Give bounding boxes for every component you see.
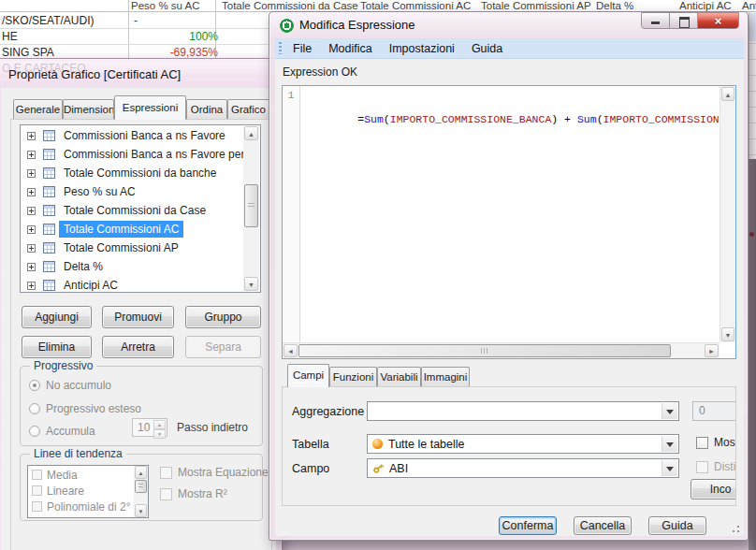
menu-item[interactable]: Guida: [463, 42, 511, 55]
checkbox-icon: [32, 501, 42, 512]
expression-tab[interactable]: Variabili: [377, 367, 421, 386]
resize-grip[interactable]: [729, 522, 740, 533]
properties-tab[interactable]: Generale: [13, 99, 63, 119]
table-row-value: -: [134, 14, 227, 27]
chevron-down-icon[interactable]: [662, 436, 677, 452]
expressions-scrollbar[interactable]: ▲ ▼: [243, 126, 259, 291]
expression-list-item[interactable]: Totale Commissioni da banche: [22, 164, 243, 182]
table-row-label: HE: [2, 30, 18, 43]
chart-properties-dialog: Proprietà Grafico [Certificati AC] Gener…: [0, 58, 283, 550]
table-row-label: /SKO/SEAT/AUDI): [2, 14, 94, 27]
table-row-label: SING SPA: [2, 46, 54, 59]
table-row-value: -69,935%: [124, 46, 218, 59]
expand-plus-icon[interactable]: [27, 169, 36, 178]
scroll-thumb[interactable]: [135, 480, 147, 493]
expression-list-item[interactable]: Delta %: [22, 257, 243, 276]
radio-label: No accumulo: [46, 379, 111, 392]
radio-icon: [29, 403, 40, 414]
expand-plus-icon[interactable]: [27, 188, 36, 196]
footer-button[interactable]: Cancella: [574, 516, 632, 535]
scroll-up-icon[interactable]: ▲: [244, 126, 258, 140]
scroll-down-icon[interactable]: ▼: [721, 327, 734, 341]
app-logo-icon: [280, 19, 294, 33]
elimina-button[interactable]: Elimina: [22, 336, 92, 358]
properties-tab[interactable]: Dimensioni: [63, 99, 114, 119]
expression-list-item[interactable]: Totale Commissioni AC: [22, 220, 243, 239]
code-token: (: [597, 113, 603, 125]
scroll-right-icon[interactable]: ►: [705, 344, 719, 357]
code-token: (: [384, 113, 390, 125]
radio-option: No accumulo: [29, 378, 111, 393]
scroll-down-icon[interactable]: ▼: [244, 277, 258, 291]
expand-plus-icon[interactable]: [27, 151, 36, 159]
expression-list-item[interactable]: Totale Commissioni AP: [22, 239, 243, 257]
expand-plus-icon[interactable]: [27, 263, 36, 271]
expression-label: Totale Commissioni AP: [59, 239, 183, 256]
table-column-header: Anti: [742, 0, 756, 11]
mostra-checkbox[interactable]: Mostr: [696, 436, 736, 449]
expand-plus-icon[interactable]: [27, 225, 36, 234]
minimize-button[interactable]: [641, 12, 670, 29]
maximize-button[interactable]: [669, 12, 698, 29]
properties-tab[interactable]: Grafico: [227, 99, 269, 119]
trend-line-item: Polinomiale di 3°: [29, 514, 133, 517]
table-icon: [43, 130, 55, 141]
footer-button[interactable]: Conferma: [499, 516, 557, 535]
spin-up-icon: ▲: [153, 420, 166, 429]
checkbox-label: Mostr: [714, 436, 736, 449]
properties-tab[interactable]: Ordina: [186, 99, 227, 119]
scroll-up-icon[interactable]: ▲: [135, 466, 147, 479]
expression-editor[interactable]: 1 =Sum(IMPORTO_COMMISSIONE_BANCA) + Sum(…: [282, 85, 736, 359]
aggiungi-button[interactable]: Aggiungi: [22, 306, 92, 328]
campo-select[interactable]: ABI: [367, 458, 679, 478]
properties-tab[interactable]: Espressioni: [114, 95, 186, 120]
expression-list-item[interactable]: Anticipi AC: [22, 276, 243, 291]
expand-plus-icon[interactable]: [27, 132, 36, 140]
arretra-button[interactable]: Arretra: [102, 336, 174, 358]
expand-plus-icon[interactable]: [27, 244, 36, 253]
expression-label: Totale Commissioni da banche: [59, 165, 221, 181]
editor-vertical-scrollbar[interactable]: ▲ ▼: [720, 86, 735, 342]
trend-list-scrollbar[interactable]: ▲ ▼: [134, 466, 148, 517]
menu-item[interactable]: Impostazioni: [381, 42, 463, 55]
expression-tab[interactable]: Immagini: [421, 367, 470, 386]
tabella-select[interactable]: Tutte le tabelle: [367, 434, 679, 454]
table-icon: [43, 167, 55, 179]
step-back-stepper: 10 ▲▼: [132, 418, 167, 437]
editor-horizontal-scrollbar[interactable]: ◄ ►: [283, 342, 720, 358]
chevron-down-icon[interactable]: [662, 460, 677, 476]
menu-item[interactable]: File: [284, 42, 320, 55]
expression-code[interactable]: =Sum(IMPORTO_COMMISSIONE_BANCA) + Sum(IM…: [301, 86, 720, 342]
close-button[interactable]: ×: [697, 12, 739, 29]
expression-list-item[interactable]: Commissioni Banca a ns Favore: [22, 126, 243, 145]
radio-label: Progressivo esteso: [46, 402, 141, 415]
expand-plus-icon[interactable]: [27, 207, 36, 215]
scroll-down-icon[interactable]: ▼: [135, 504, 147, 517]
trend-line-item: Polinomiale di 2° gra: [29, 499, 133, 514]
trend-line-label: Lineare: [47, 485, 84, 498]
expression-list-item[interactable]: Peso % su AC: [22, 182, 243, 201]
table-column-header: Peso % su AC: [131, 0, 200, 11]
chevron-down-icon[interactable]: [662, 403, 677, 419]
expression-list-item[interactable]: Commissioni Banca a ns Favore per Antic: [22, 145, 243, 164]
expression-tab[interactable]: Funzioni: [329, 367, 377, 386]
expression-tab[interactable]: Campi: [287, 364, 329, 387]
expand-plus-icon[interactable]: [27, 282, 36, 290]
menu-item[interactable]: Modifica: [320, 42, 381, 55]
trend-checkbox: Mostra Equazione: [160, 466, 269, 479]
scroll-thumb[interactable]: [244, 184, 258, 227]
expression-list-item[interactable]: Totale Commissioni da Case: [22, 201, 243, 220]
expression-label: Delta %: [59, 258, 108, 275]
expression-label: Anticipi AC: [59, 277, 123, 291]
scroll-up-icon[interactable]: ▲: [721, 87, 734, 101]
footer-button[interactable]: Guida: [648, 516, 706, 535]
promuovi-button[interactable]: Promuovi: [102, 306, 174, 328]
trend-lines-list: Media Lineare Polinomiale di 2° gra: [27, 465, 149, 518]
aggregazione-select[interactable]: [367, 401, 679, 421]
table-icon: [43, 186, 55, 197]
scroll-left-icon[interactable]: ◄: [284, 344, 298, 357]
gruppo-button[interactable]: Gruppo: [185, 306, 261, 328]
scroll-thumb[interactable]: [298, 344, 671, 357]
incolla-button[interactable]: Inco: [691, 479, 736, 499]
checkbox-icon[interactable]: [696, 437, 708, 449]
